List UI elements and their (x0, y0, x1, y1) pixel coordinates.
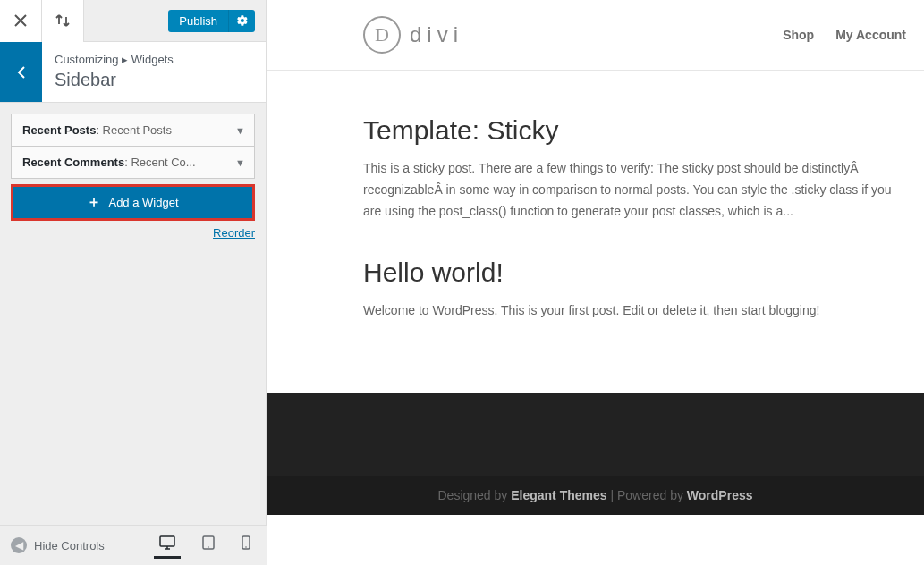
site-header: D divi Shop My Account (267, 0, 924, 71)
publish-settings-button[interactable] (228, 10, 255, 32)
widget-item-recent-comments[interactable]: Recent Comments: Recent Co... ▼ (11, 147, 255, 179)
widget-name: Recent Comments (22, 156, 124, 169)
add-widget-label: Add a Widget (108, 196, 178, 209)
post-excerpt: This is a sticky post. There are a few t… (363, 158, 893, 222)
hide-controls-button[interactable]: ◀ Hide Controls (11, 537, 105, 553)
breadcrumb-section: Widgets (131, 53, 174, 66)
footer-designed-by: Designed by (437, 488, 511, 502)
post-item: Hello world! Welcome to WordPress. This … (363, 257, 893, 322)
post-item: Template: Sticky This is a sticky post. … (363, 115, 893, 222)
customizer-panel: Publish Customizing ▸ Widgets Sidebar Re… (0, 0, 267, 565)
post-title[interactable]: Template: Sticky (363, 115, 893, 146)
tablet-icon (202, 535, 215, 550)
device-mobile-button[interactable] (236, 532, 256, 559)
site-content: Template: Sticky This is a sticky post. … (267, 71, 911, 393)
close-button[interactable] (0, 0, 42, 42)
widget-name: Recent Posts (22, 123, 96, 137)
close-icon (14, 14, 27, 27)
device-preview-group (154, 532, 256, 559)
footer-bottom: Designed by Elegant Themes | Powered by … (267, 476, 924, 515)
svg-point-4 (245, 546, 247, 548)
publish-group: Publish (168, 10, 255, 32)
swap-icon (55, 13, 70, 28)
publish-button[interactable]: Publish (168, 10, 228, 32)
svg-rect-0 (160, 536, 174, 546)
nav-link-my-account[interactable]: My Account (835, 28, 906, 42)
reorder-wrap: Reorder (11, 226, 255, 240)
post-title[interactable]: Hello world! (363, 257, 893, 288)
section-title: Sidebar (55, 68, 253, 91)
chevron-left-icon (17, 65, 26, 80)
back-button[interactable] (0, 42, 42, 102)
reorder-link[interactable]: Reorder (213, 226, 255, 240)
chevron-down-icon: ▼ (235, 125, 245, 136)
widget-subtitle: : Recent Co... (124, 156, 196, 169)
undo-redo-button[interactable] (42, 0, 84, 42)
mobile-icon (242, 535, 250, 550)
gear-icon (236, 14, 249, 27)
collapse-icon: ◀ (11, 537, 27, 553)
desktop-icon (159, 535, 175, 550)
customizer-footer: ◀ Hide Controls (0, 525, 267, 565)
chevron-down-icon: ▼ (235, 157, 245, 168)
customizer-topbar: Publish (0, 0, 266, 42)
nav-link-shop[interactable]: Shop (783, 28, 814, 42)
footer-platform-link[interactable]: WordPress (687, 488, 753, 502)
widget-subtitle: : Recent Posts (96, 123, 172, 137)
widget-item-recent-posts[interactable]: Recent Posts: Recent Posts ▼ (11, 114, 255, 147)
site-logo[interactable]: D divi (363, 16, 463, 54)
footer-powered-by: | Powered by (607, 488, 687, 502)
breadcrumb: Customizing ▸ Widgets (55, 53, 253, 66)
logo-mark: D (363, 16, 401, 54)
header-title-wrap: Customizing ▸ Widgets Sidebar (42, 42, 266, 102)
breadcrumb-separator: ▸ (122, 53, 128, 66)
svg-point-2 (208, 546, 209, 548)
preview-area: D divi Shop My Account Template: Sticky … (267, 0, 924, 565)
hide-controls-label: Hide Controls (34, 539, 105, 552)
customizer-header: Customizing ▸ Widgets Sidebar (0, 42, 266, 103)
add-widget-button[interactable]: ＋ Add a Widget (11, 184, 255, 221)
customizer-body: Recent Posts: Recent Posts ▼ Recent Comm… (0, 103, 266, 250)
plus-icon: ＋ (87, 193, 101, 212)
footer-theme-link[interactable]: Elegant Themes (511, 488, 606, 502)
post-excerpt: Welcome to WordPress. This is your first… (363, 300, 893, 322)
device-tablet-button[interactable] (197, 532, 220, 559)
main-nav: Shop My Account (783, 28, 906, 42)
footer-widget-area (267, 393, 924, 476)
device-desktop-button[interactable] (154, 532, 181, 559)
logo-text: divi (410, 22, 463, 47)
breadcrumb-parent: Customizing (55, 53, 119, 66)
